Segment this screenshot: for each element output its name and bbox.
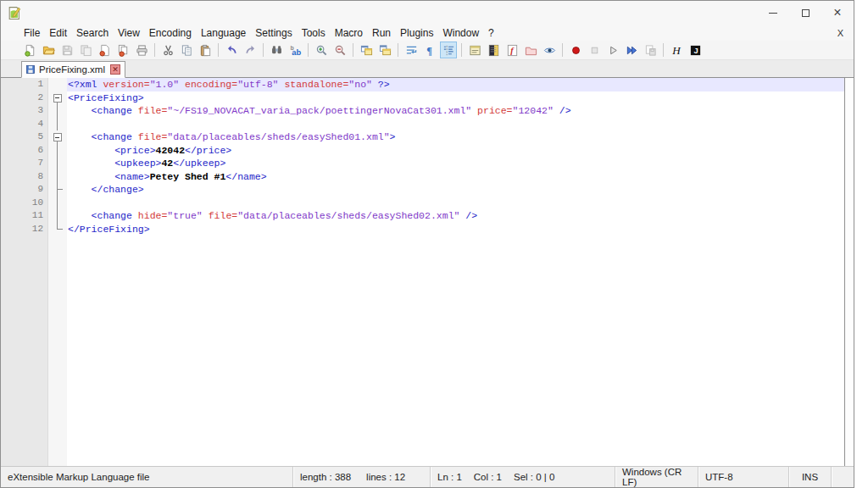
fold-marker — [48, 197, 67, 210]
code-text — [67, 197, 844, 210]
code-line[interactable]: 5 <change file="data/placeables/sheds/ea… — [1, 130, 844, 144]
folder-as-workspace-button[interactable] — [522, 42, 539, 58]
function-list-button[interactable]: f — [504, 42, 520, 58]
find-button[interactable] — [268, 42, 285, 58]
indent-guide-button[interactable] — [440, 42, 457, 58]
open-folder-button[interactable] — [40, 42, 57, 58]
menu-item-plugins[interactable]: Plugins — [396, 26, 437, 40]
text-editor[interactable]: 1<?xml version="1.0" encoding="utf-8" st… — [1, 78, 845, 466]
menu-item-window[interactable]: Window — [438, 26, 483, 40]
fold-margin — [48, 78, 67, 92]
close-all-docs-button[interactable] — [114, 42, 131, 58]
print-button[interactable] — [133, 42, 150, 58]
code-line[interactable]: 4 — [1, 118, 844, 131]
line-number: 3 — [1, 104, 48, 118]
word-wrap-button[interactable] — [403, 42, 420, 58]
code-line[interactable]: 2<PriceFixing> — [1, 92, 844, 105]
fold-margin — [48, 236, 67, 466]
zoom-in-button[interactable] — [313, 42, 330, 58]
toolbar-group: HJ — [667, 42, 704, 58]
jstool-button[interactable]: J — [687, 42, 704, 58]
html-preview-icon: H — [670, 44, 683, 57]
document-map-button[interactable] — [485, 42, 502, 58]
menu-item-encoding[interactable]: Encoding — [145, 26, 196, 40]
code-line[interactable]: 7 <upkeep>42</upkeep> — [1, 157, 844, 170]
fold-marker[interactable] — [48, 130, 67, 144]
menu-item-tools[interactable]: Tools — [298, 26, 330, 40]
vertical-scrollbar-track[interactable] — [845, 78, 854, 466]
fold-marker — [48, 104, 67, 118]
save-all-button[interactable] — [77, 42, 94, 58]
maximize-button[interactable] — [789, 2, 821, 25]
status-length: length : 388 — [300, 472, 351, 482]
code-line[interactable]: 6 <price>42042</price> — [1, 144, 844, 158]
tab-pricefixing-xml[interactable]: PriceFixing.xml ✕ — [21, 61, 125, 78]
undo-button[interactable] — [223, 42, 240, 58]
line-number-margin — [1, 236, 48, 466]
tab-bar: PriceFixing.xml ✕ — [1, 60, 854, 78]
user-define-dialog-icon — [469, 44, 481, 57]
code-line[interactable]: 8 <name>Petey Shed #1</name> — [1, 170, 844, 184]
resize-grip[interactable] — [832, 467, 854, 487]
menu-item-settings[interactable]: Settings — [251, 26, 296, 40]
status-encoding[interactable]: UTF-8 — [698, 467, 789, 487]
save-all-icon — [80, 44, 92, 57]
show-all-chars-button[interactable]: ¶ — [421, 42, 438, 58]
editor-empty-area[interactable] — [1, 236, 844, 466]
menu-item-help[interactable]: ? — [484, 26, 498, 40]
function-list-icon: f — [506, 44, 519, 57]
menu-item-file[interactable]: File — [19, 26, 44, 40]
macro-stop-button[interactable] — [586, 42, 603, 58]
html-preview-button[interactable]: H — [668, 42, 685, 58]
close-doc-button[interactable] — [96, 42, 113, 58]
minimize-button[interactable] — [757, 2, 789, 25]
paste-button[interactable] — [197, 42, 214, 58]
close-all-docs-icon — [117, 44, 130, 57]
copy-button[interactable] — [178, 42, 195, 58]
macro-save-button[interactable] — [642, 42, 659, 58]
close-document-x-button[interactable]: X — [827, 28, 854, 38]
menu-item-run[interactable]: Run — [368, 26, 395, 40]
sync-horizontal-scroll-button[interactable] — [376, 42, 393, 58]
save-button[interactable] — [58, 42, 75, 58]
redo-button[interactable] — [242, 42, 259, 58]
status-doc-size: length : 388 lines : 12 — [293, 467, 431, 487]
status-eol-format[interactable]: Windows (CR LF) — [615, 467, 698, 487]
sync-horizontal-scroll-icon — [379, 44, 392, 57]
document-monitoring-button[interactable] — [541, 42, 558, 58]
document-monitoring-icon — [543, 44, 556, 57]
close-button[interactable]: × — [821, 2, 854, 25]
sync-vertical-scroll-button[interactable] — [358, 42, 375, 58]
code-text: <price>42042</price> — [67, 144, 844, 158]
menu-item-view[interactable]: View — [114, 26, 144, 40]
zoom-out-button[interactable] — [331, 42, 348, 58]
user-define-dialog-button[interactable] — [466, 42, 483, 58]
tab-close-icon[interactable]: ✕ — [110, 64, 120, 75]
toolbar-separator — [218, 43, 219, 57]
macro-play-button[interactable] — [604, 42, 621, 58]
menu-bar: FileEditSearchViewEncodingLanguageSettin… — [1, 25, 854, 41]
code-line[interactable]: 3 <change file="~/FS19_NOVACAT_varia_pac… — [1, 104, 844, 118]
status-insert-mode[interactable]: INS — [789, 467, 832, 487]
code-line[interactable]: 12</PriceFixing> — [1, 223, 844, 236]
new-file-button[interactable] — [21, 42, 38, 58]
menu-item-search[interactable]: Search — [72, 26, 113, 40]
code-line[interactable]: 10 — [1, 197, 844, 210]
macro-stop-icon — [588, 44, 601, 57]
toolbar-separator — [308, 43, 309, 57]
cut-button[interactable] — [159, 42, 176, 58]
menu-item-macro[interactable]: Macro — [331, 26, 367, 40]
find-icon — [270, 44, 283, 57]
svg-text:J: J — [693, 47, 698, 55]
macro-record-button[interactable] — [567, 42, 584, 58]
replace-button[interactable]: bab — [287, 42, 303, 58]
menu-item-language[interactable]: Language — [197, 26, 250, 40]
macro-record-icon — [570, 44, 582, 57]
macro-run-multiple-button[interactable] — [623, 42, 640, 58]
code-line[interactable]: 11 <change hide="true" file="data/placea… — [1, 209, 844, 223]
code-line[interactable]: 9 </change> — [1, 183, 844, 197]
fold-marker[interactable] — [48, 92, 67, 105]
menu-item-edit[interactable]: Edit — [45, 26, 71, 40]
toolbar-separator — [154, 43, 155, 57]
code-line[interactable]: 1<?xml version="1.0" encoding="utf-8" st… — [1, 78, 844, 92]
